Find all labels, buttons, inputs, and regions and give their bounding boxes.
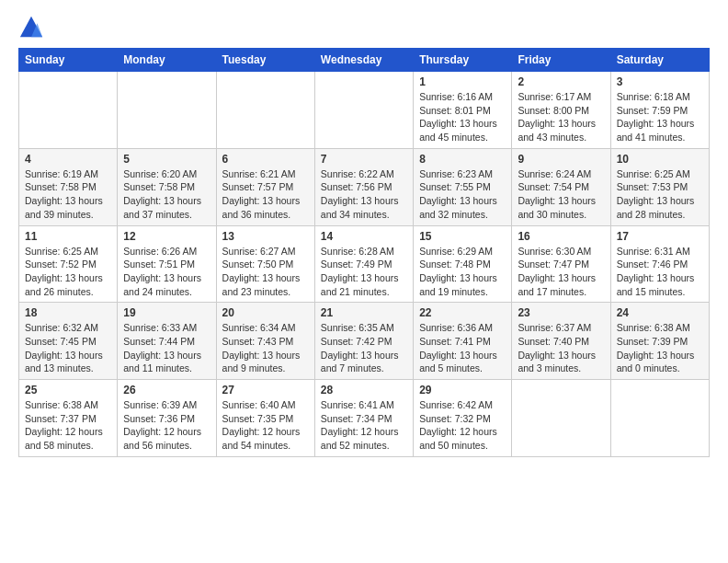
calendar-cell: 8Sunrise: 6:23 AM Sunset: 7:55 PM Daylig… (414, 148, 512, 225)
calendar-week-row: 18Sunrise: 6:32 AM Sunset: 7:45 PM Dayli… (19, 303, 710, 380)
day-info: Sunrise: 6:25 AM Sunset: 7:53 PM Dayligh… (617, 167, 703, 222)
column-header-friday: Friday (512, 49, 610, 72)
day-number: 25 (25, 384, 111, 396)
day-info: Sunrise: 6:23 AM Sunset: 7:55 PM Dayligh… (419, 167, 506, 222)
day-info: Sunrise: 6:16 AM Sunset: 8:01 PM Dayligh… (419, 90, 506, 144)
calendar-cell: 4Sunrise: 6:19 AM Sunset: 7:58 PM Daylig… (19, 148, 118, 225)
calendar-cell: 9Sunrise: 6:24 AM Sunset: 7:54 PM Daylig… (512, 148, 610, 225)
calendar-cell: 14Sunrise: 6:28 AM Sunset: 7:49 PM Dayli… (314, 225, 413, 303)
calendar-cell: 2Sunrise: 6:17 AM Sunset: 8:00 PM Daylig… (512, 72, 610, 149)
day-number: 27 (222, 384, 309, 396)
day-info: Sunrise: 6:27 AM Sunset: 7:50 PM Dayligh… (222, 245, 309, 299)
calendar-week-row: 11Sunrise: 6:25 AM Sunset: 7:52 PM Dayli… (19, 225, 710, 303)
day-number: 29 (419, 384, 506, 396)
day-number: 5 (123, 153, 210, 166)
calendar-cell: 27Sunrise: 6:40 AM Sunset: 7:35 PM Dayli… (216, 380, 314, 457)
calendar-cell: 11Sunrise: 6:25 AM Sunset: 7:52 PM Dayli… (19, 225, 118, 303)
day-number: 20 (222, 306, 309, 319)
day-info: Sunrise: 6:28 AM Sunset: 7:49 PM Dayligh… (321, 245, 407, 299)
calendar-cell: 28Sunrise: 6:41 AM Sunset: 7:34 PM Dayli… (314, 380, 413, 457)
calendar-cell (216, 72, 314, 149)
day-number: 11 (25, 230, 111, 243)
day-info: Sunrise: 6:24 AM Sunset: 7:54 PM Dayligh… (518, 167, 604, 222)
day-number: 22 (419, 306, 506, 319)
day-info: Sunrise: 6:35 AM Sunset: 7:42 PM Dayligh… (321, 321, 407, 375)
calendar-cell: 21Sunrise: 6:35 AM Sunset: 7:42 PM Dayli… (314, 303, 413, 380)
day-info: Sunrise: 6:38 AM Sunset: 7:39 PM Dayligh… (617, 321, 703, 375)
day-info: Sunrise: 6:21 AM Sunset: 7:57 PM Dayligh… (222, 167, 309, 222)
day-info: Sunrise: 6:40 AM Sunset: 7:35 PM Dayligh… (222, 398, 309, 453)
calendar-cell: 7Sunrise: 6:22 AM Sunset: 7:56 PM Daylig… (314, 148, 413, 225)
column-header-tuesday: Tuesday (216, 49, 314, 72)
day-number: 9 (518, 153, 604, 166)
calendar-cell: 1Sunrise: 6:16 AM Sunset: 8:01 PM Daylig… (414, 72, 512, 149)
calendar-week-row: 1Sunrise: 6:16 AM Sunset: 8:01 PM Daylig… (19, 72, 710, 149)
calendar-cell: 13Sunrise: 6:27 AM Sunset: 7:50 PM Dayli… (216, 225, 314, 303)
calendar-cell: 25Sunrise: 6:38 AM Sunset: 7:37 PM Dayli… (19, 380, 118, 457)
calendar-cell: 19Sunrise: 6:33 AM Sunset: 7:44 PM Dayli… (118, 303, 216, 380)
day-number: 13 (222, 230, 309, 243)
calendar-cell: 15Sunrise: 6:29 AM Sunset: 7:48 PM Dayli… (414, 225, 512, 303)
day-info: Sunrise: 6:17 AM Sunset: 8:00 PM Dayligh… (518, 90, 604, 144)
day-number: 4 (25, 153, 111, 166)
day-info: Sunrise: 6:38 AM Sunset: 7:37 PM Dayligh… (25, 398, 111, 453)
logo (18, 15, 48, 40)
day-number: 19 (123, 306, 210, 319)
day-number: 24 (617, 306, 703, 319)
day-number: 7 (321, 153, 407, 166)
day-info: Sunrise: 6:37 AM Sunset: 7:40 PM Dayligh… (518, 321, 604, 375)
calendar-table: SundayMondayTuesdayWednesdayThursdayFrid… (18, 48, 710, 457)
column-header-thursday: Thursday (414, 49, 512, 72)
day-info: Sunrise: 6:20 AM Sunset: 7:58 PM Dayligh… (123, 167, 210, 222)
column-header-monday: Monday (118, 49, 216, 72)
column-header-wednesday: Wednesday (314, 49, 413, 72)
calendar-week-row: 4Sunrise: 6:19 AM Sunset: 7:58 PM Daylig… (19, 148, 710, 225)
day-number: 10 (617, 153, 703, 166)
calendar-cell (314, 72, 413, 149)
calendar-cell (19, 72, 118, 149)
day-info: Sunrise: 6:22 AM Sunset: 7:56 PM Dayligh… (321, 167, 407, 222)
day-info: Sunrise: 6:32 AM Sunset: 7:45 PM Dayligh… (25, 321, 111, 375)
calendar-cell: 20Sunrise: 6:34 AM Sunset: 7:43 PM Dayli… (216, 303, 314, 380)
calendar-cell: 5Sunrise: 6:20 AM Sunset: 7:58 PM Daylig… (118, 148, 216, 225)
day-info: Sunrise: 6:30 AM Sunset: 7:47 PM Dayligh… (518, 245, 604, 299)
calendar-week-row: 25Sunrise: 6:38 AM Sunset: 7:37 PM Dayli… (19, 380, 710, 457)
calendar-cell: 24Sunrise: 6:38 AM Sunset: 7:39 PM Dayli… (610, 303, 709, 380)
day-number: 8 (419, 153, 506, 166)
day-number: 15 (419, 230, 506, 243)
day-number: 14 (321, 230, 407, 243)
day-info: Sunrise: 6:25 AM Sunset: 7:52 PM Dayligh… (25, 245, 111, 299)
column-header-saturday: Saturday (610, 49, 709, 72)
day-number: 16 (518, 230, 604, 243)
day-info: Sunrise: 6:39 AM Sunset: 7:36 PM Dayligh… (123, 398, 210, 453)
day-info: Sunrise: 6:34 AM Sunset: 7:43 PM Dayligh… (222, 321, 309, 375)
day-info: Sunrise: 6:18 AM Sunset: 7:59 PM Dayligh… (617, 90, 703, 144)
day-info: Sunrise: 6:26 AM Sunset: 7:51 PM Dayligh… (123, 245, 210, 299)
calendar-cell: 22Sunrise: 6:36 AM Sunset: 7:41 PM Dayli… (414, 303, 512, 380)
day-info: Sunrise: 6:41 AM Sunset: 7:34 PM Dayligh… (321, 398, 407, 453)
day-number: 28 (321, 384, 407, 396)
calendar-cell (118, 72, 216, 149)
day-info: Sunrise: 6:29 AM Sunset: 7:48 PM Dayligh… (419, 245, 506, 299)
day-info: Sunrise: 6:33 AM Sunset: 7:44 PM Dayligh… (123, 321, 210, 375)
day-info: Sunrise: 6:31 AM Sunset: 7:46 PM Dayligh… (617, 245, 703, 299)
day-info: Sunrise: 6:19 AM Sunset: 7:58 PM Dayligh… (25, 167, 111, 222)
day-number: 23 (518, 306, 604, 319)
calendar-header-row: SundayMondayTuesdayWednesdayThursdayFrid… (19, 49, 710, 72)
page-header (18, 15, 710, 40)
day-number: 12 (123, 230, 210, 243)
calendar-cell: 18Sunrise: 6:32 AM Sunset: 7:45 PM Dayli… (19, 303, 118, 380)
day-number: 6 (222, 153, 309, 166)
day-number: 18 (25, 306, 111, 319)
calendar-cell: 17Sunrise: 6:31 AM Sunset: 7:46 PM Dayli… (610, 225, 709, 303)
day-number: 26 (123, 384, 210, 396)
calendar-cell: 16Sunrise: 6:30 AM Sunset: 7:47 PM Dayli… (512, 225, 610, 303)
calendar-cell: 29Sunrise: 6:42 AM Sunset: 7:32 PM Dayli… (414, 380, 512, 457)
day-number: 1 (419, 75, 506, 88)
day-number: 17 (617, 230, 703, 243)
day-number: 21 (321, 306, 407, 319)
day-info: Sunrise: 6:36 AM Sunset: 7:41 PM Dayligh… (419, 321, 506, 375)
calendar-cell: 23Sunrise: 6:37 AM Sunset: 7:40 PM Dayli… (512, 303, 610, 380)
column-header-sunday: Sunday (19, 49, 118, 72)
calendar-cell (610, 380, 709, 457)
